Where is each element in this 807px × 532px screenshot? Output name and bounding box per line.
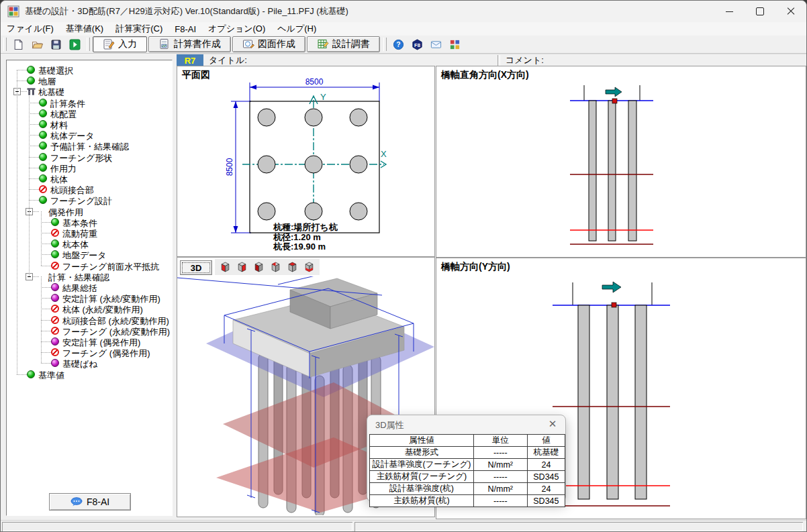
view-cube-bottom-red-icon (303, 262, 315, 272)
menu-item[interactable]: ファイル(F) (1, 22, 60, 36)
f8-ai-label: F8-AI (87, 496, 109, 507)
save-button[interactable] (47, 36, 64, 52)
f8-cube-button[interactable]: F8 (408, 36, 426, 52)
new-file-button[interactable] (9, 36, 27, 52)
mail-button[interactable] (427, 36, 444, 52)
f8-ai-button[interactable]: F8-AI (49, 493, 131, 511)
tree-connector (41, 352, 51, 354)
attributes-table-row: 設計基準強度(杭)N/mm²24 (370, 483, 565, 495)
app-grid-icon (449, 39, 461, 50)
status-green-icon (39, 120, 47, 128)
view-cube-right-red-button[interactable] (234, 260, 249, 274)
report-doc-icon (158, 38, 171, 50)
load-arrow-icon (606, 87, 622, 97)
open-file-button[interactable] (28, 36, 46, 52)
header-separator (497, 55, 500, 66)
pile-diameter-text: 杭径:1.20 m (273, 232, 321, 242)
pile-type-text: 杭種:場所打ち杭 (273, 222, 338, 232)
mode-button-drawing[interactable]: 図面作成 (232, 36, 305, 52)
svg-text:?: ? (396, 41, 400, 48)
attribute-name-cell: 設計基準強度(フーチング) (370, 459, 474, 471)
exit-button[interactable] (66, 36, 83, 52)
elevation-x-panel: 橋軸直角方向(X方向) (436, 66, 806, 258)
tree-connector (41, 363, 51, 364)
mail-icon (430, 39, 442, 50)
minimize-button[interactable] (714, 1, 745, 22)
attributes-table: 属性値 単位 値 基礎形式-----杭基礎設計基準強度(フーチング)N/mm²2… (369, 434, 565, 507)
app-grid-button[interactable] (446, 36, 463, 52)
save-icon (50, 39, 62, 50)
pile-length-text: 杭長:19.90 m (273, 242, 326, 252)
attribute-name-cell: 主鉄筋材質(フーチング) (370, 471, 474, 483)
status-green-icon (39, 142, 47, 150)
status-purple-icon (51, 294, 59, 302)
attribute-name-cell: 基礎形式 (370, 447, 474, 459)
status-green-icon (39, 174, 47, 182)
elevation-x-drawing (436, 66, 806, 257)
maximize-button[interactable] (745, 1, 775, 22)
plan-pile-circles (258, 109, 367, 220)
help-icon: ? (393, 39, 404, 50)
status-green-icon (39, 164, 47, 172)
view-cube-left-red-icon (220, 262, 231, 272)
view-cube-top-red-button[interactable] (285, 260, 299, 274)
view-cube-left-red-button[interactable] (218, 260, 232, 274)
mode-button-input[interactable]: 入力 (93, 36, 147, 52)
tree-connector (41, 287, 51, 288)
load-arrow-icon (602, 282, 621, 292)
close-button[interactable] (775, 1, 806, 22)
window-title: 基礎の設計・3D配筋(R7／H29道示対応) Ver.10(Standard版)… (25, 5, 348, 17)
mode-button-report[interactable]: 計算書作成 (148, 36, 231, 52)
view-cube-topleft-red-icon (270, 262, 281, 272)
tree-connector (29, 113, 39, 115)
app-window: 基礎の設計・3D配筋(R7／H29道示対応) Ver.10(Standard版)… (0, 0, 807, 532)
status-noentry-icon (51, 316, 59, 324)
view-3d-toggle-button[interactable]: 3D (180, 260, 212, 275)
tree-connector (29, 146, 39, 147)
navigation-tree: 基礎選択地層杭基礎計算条件杭配置材料杭体データ予備計算・結果確認フーチング形状作… (7, 60, 172, 515)
status-purple-icon (51, 359, 59, 367)
tree-connector (41, 266, 51, 267)
pile-foundation-icon (27, 87, 35, 95)
tree-connector (29, 157, 39, 158)
menu-item[interactable]: 基準値(K) (60, 22, 109, 36)
view-cube-bottom-red-button[interactable] (301, 260, 316, 274)
status-noentry-icon (39, 185, 47, 193)
attributes-table-header: 属性値 単位 値 (370, 435, 565, 447)
menu-item[interactable]: 計算実行(C) (109, 22, 169, 36)
attributes-table-row: 設計基準強度(フーチング)N/mm²24 (370, 459, 565, 471)
help-button[interactable]: ? (389, 36, 407, 52)
attribute-name-cell: 設計基準強度(杭) (370, 483, 474, 495)
drawing-icon (242, 38, 254, 50)
mode-button-label: 図面作成 (258, 38, 295, 50)
menu-item[interactable]: F8-AI (169, 23, 202, 35)
open-file-icon (32, 39, 43, 50)
navigation-tree-panel: 基礎選択地層杭基礎計算条件杭配置材料杭体データ予備計算・結果確認フーチング形状作… (6, 60, 173, 516)
status-purple-icon (51, 337, 59, 345)
main-toolbar: 入力計算書作成図面作成設計調書 ?F8 (1, 36, 806, 54)
view-cube-front-red-button[interactable] (251, 260, 266, 274)
view-cube-topleft-red-button[interactable] (268, 260, 283, 274)
status-green-icon (39, 109, 47, 117)
menu-item[interactable]: ヘルプ(H) (271, 22, 322, 36)
mode-button-design-sheet[interactable]: 設計調書 (307, 36, 380, 52)
menu-item[interactable]: オプション(O) (202, 22, 271, 36)
toolbar-grip (87, 38, 90, 51)
plan-view-panel: 平面図 8500 8500 Y X (177, 66, 435, 257)
dialog-close-button[interactable]: ✕ (547, 418, 559, 430)
attribute-unit-cell: ----- (473, 495, 527, 507)
plan-view-drawing: 8500 8500 Y X 杭種:場所打ち杭 杭 (177, 66, 434, 256)
status-green-icon (27, 370, 35, 378)
load-point-marker (612, 99, 617, 103)
tree-connector (41, 309, 51, 310)
comment-field-label: コメント: (506, 54, 806, 66)
tree-connector (29, 200, 39, 201)
tree-connector (41, 222, 51, 223)
tree-item-label: 基礎ばね (61, 358, 99, 370)
tree-connector (17, 70, 27, 71)
mode-button-label: 入力 (118, 38, 137, 50)
status-green-icon (39, 196, 47, 204)
title-field-label: タイトル: (209, 54, 247, 66)
tree-connector (29, 124, 39, 125)
status-green-icon (51, 218, 59, 226)
